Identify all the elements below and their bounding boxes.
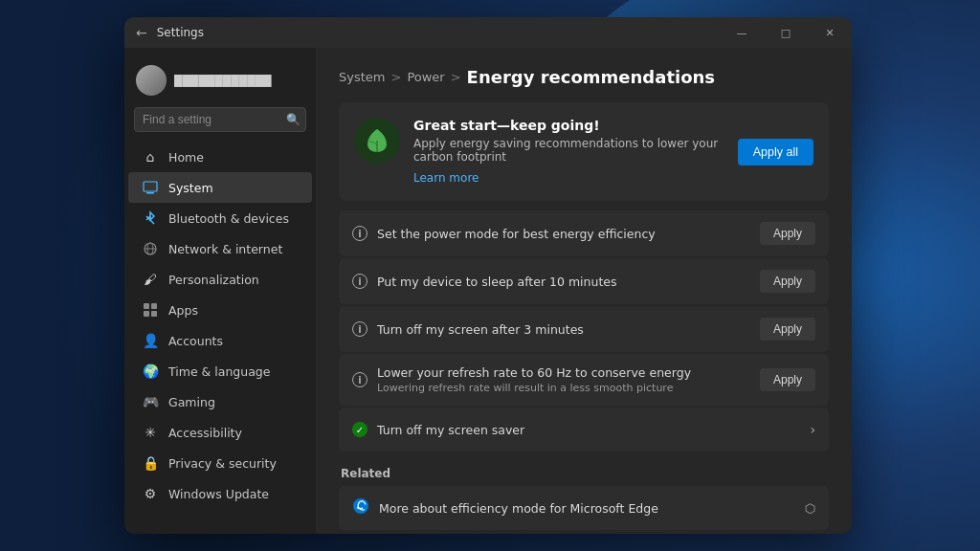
sidebar-item-update[interactable]: ⚙ Windows Update — [128, 478, 312, 509]
apply-button-sleep[interactable]: Apply — [760, 270, 815, 293]
close-button[interactable]: ✕ — [808, 17, 852, 48]
related-item-edge[interactable]: More about efficiency mode for Microsoft… — [339, 486, 829, 530]
breadcrumb-system[interactable]: System — [339, 70, 385, 84]
page-title: Energy recommendations — [467, 67, 715, 87]
user-profile: ████████████ — [124, 59, 316, 107]
sidebar-item-label: Home — [168, 150, 204, 165]
svg-rect-8 — [151, 311, 157, 317]
hero-subtitle: Apply energy saving recommendations to l… — [413, 137, 724, 164]
back-button[interactable]: ← — [136, 25, 147, 40]
update-icon: ⚙ — [142, 485, 159, 502]
minimize-button[interactable]: — — [720, 17, 764, 48]
sidebar-item-apps[interactable]: Apps — [128, 295, 312, 325]
rec-item-refresh-rate: i Lower your refresh rate to 60 Hz to co… — [339, 354, 829, 406]
search-input[interactable] — [134, 107, 306, 132]
sidebar-item-home[interactable]: ⌂ Home — [128, 142, 312, 172]
breadcrumb-power[interactable]: Power — [407, 70, 444, 84]
external-link-icon: ⬡ — [805, 501, 815, 516]
breadcrumb-sep-2: > — [451, 70, 461, 84]
chevron-right-icon: › — [810, 422, 815, 437]
network-icon — [142, 240, 159, 257]
sidebar-item-gaming[interactable]: 🎮 Gaming — [128, 386, 312, 417]
svg-rect-1 — [146, 192, 154, 194]
info-icon: i — [352, 226, 368, 241]
recommendations-list: i Set the power mode for best energy eff… — [339, 210, 829, 452]
leaf-icon — [364, 127, 390, 154]
rec-text: Set the power mode for best energy effic… — [377, 227, 750, 241]
info-icon: i — [352, 372, 368, 387]
sidebar-item-network[interactable]: Network & internet — [128, 233, 312, 264]
rec-item-screen-saver[interactable]: ✓ Turn off my screen saver › — [339, 408, 829, 452]
rec-item-power-mode: i Set the power mode for best energy eff… — [339, 210, 829, 256]
accounts-icon: 👤 — [142, 332, 159, 349]
rec-sublabel: Lowering refresh rate will result in a l… — [377, 382, 750, 394]
hero-card: Great start—keep going! Apply energy sav… — [339, 102, 829, 201]
related-section: Related More about efficiency mode for M… — [339, 467, 829, 530]
rec-text: Put my device to sleep after 10 minutes — [377, 275, 750, 289]
apps-icon — [142, 301, 159, 319]
apply-button-screen-off[interactable]: Apply — [760, 318, 815, 341]
hero-text: Great start—keep going! Apply energy sav… — [413, 118, 724, 186]
titlebar: ← Settings — □ ✕ — [124, 17, 852, 48]
sidebar-item-label: Gaming — [168, 395, 215, 409]
apply-all-button[interactable]: Apply all — [738, 139, 813, 165]
check-icon: ✓ — [352, 422, 368, 437]
sidebar: ████████████ 🔍 ⌂ Home System — [124, 48, 316, 534]
info-icon: i — [352, 274, 368, 289]
sidebar-item-label: Privacy & security — [168, 456, 277, 471]
rec-item-sleep: i Put my device to sleep after 10 minute… — [339, 258, 829, 304]
info-icon: i — [352, 321, 368, 337]
svg-rect-6 — [151, 303, 157, 309]
rec-item-screen-off: i Turn off my screen after 3 minutes App… — [339, 306, 829, 352]
edge-icon — [352, 497, 369, 518]
sidebar-item-label: Network & internet — [168, 242, 282, 256]
sidebar-item-accounts[interactable]: 👤 Accounts — [128, 325, 312, 356]
avatar — [136, 65, 167, 96]
rec-text: Turn off my screen saver — [377, 423, 800, 437]
time-icon: 🌍 — [142, 363, 159, 380]
sidebar-item-label: Accessibility — [168, 426, 242, 440]
rec-text: Lower your refresh rate to 60 Hz to cons… — [377, 365, 750, 394]
sidebar-item-system[interactable]: System — [128, 172, 312, 203]
content-area: ████████████ 🔍 ⌂ Home System — [124, 48, 852, 534]
bluetooth-icon — [142, 209, 159, 227]
learn-more-link[interactable]: Learn more — [413, 171, 479, 185]
maximize-button[interactable]: □ — [764, 17, 808, 48]
leaf-icon-container — [354, 118, 400, 164]
apply-button-power-mode[interactable]: Apply — [760, 222, 815, 245]
rec-text: Turn off my screen after 3 minutes — [377, 322, 750, 337]
rec-label: Put my device to sleep after 10 minutes — [377, 275, 750, 289]
breadcrumb-sep-1: > — [390, 70, 401, 84]
sidebar-item-personalization[interactable]: 🖌 Personalization — [128, 264, 312, 295]
sidebar-item-accessibility[interactable]: ✳ Accessibility — [128, 417, 312, 448]
rec-label: Turn off my screen saver — [377, 423, 800, 437]
system-icon — [142, 179, 159, 196]
sidebar-item-label: Bluetooth & devices — [168, 211, 289, 226]
sidebar-item-label: Time & language — [168, 364, 270, 379]
rec-label: Turn off my screen after 3 minutes — [377, 322, 750, 337]
sidebar-item-label: Windows Update — [168, 487, 269, 501]
privacy-icon: 🔒 — [142, 454, 159, 472]
home-icon: ⌂ — [142, 148, 159, 165]
rec-label: Set the power mode for best energy effic… — [377, 227, 750, 241]
sidebar-item-label: System — [168, 181, 213, 195]
svg-rect-0 — [144, 182, 157, 191]
search-icon: 🔍 — [286, 113, 301, 126]
sidebar-item-label: Personalization — [168, 273, 259, 287]
window-title: Settings — [157, 26, 204, 39]
sidebar-item-label: Apps — [168, 303, 198, 318]
related-label: Related — [339, 467, 829, 480]
gaming-icon: 🎮 — [142, 393, 159, 410]
search-box: 🔍 — [134, 107, 306, 132]
username: ████████████ — [174, 75, 272, 87]
sidebar-item-privacy[interactable]: 🔒 Privacy & security — [128, 448, 312, 478]
sidebar-item-bluetooth[interactable]: Bluetooth & devices — [128, 203, 312, 233]
settings-window: ← Settings — □ ✕ ████████████ 🔍 — [124, 17, 852, 534]
titlebar-controls: — □ ✕ — [720, 17, 852, 48]
personalization-icon: 🖌 — [142, 271, 159, 288]
rec-label: Lower your refresh rate to 60 Hz to cons… — [377, 365, 750, 380]
sidebar-item-time[interactable]: 🌍 Time & language — [128, 356, 312, 386]
apply-button-refresh-rate[interactable]: Apply — [760, 368, 815, 391]
accessibility-icon: ✳ — [142, 424, 159, 441]
svg-rect-5 — [144, 303, 149, 309]
